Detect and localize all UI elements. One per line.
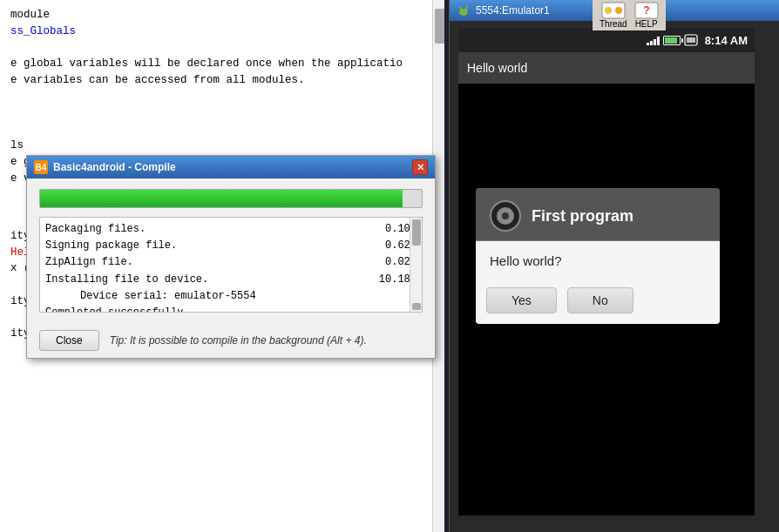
- help-icon: ?: [634, 2, 659, 19]
- action-bar-title: Hello world: [467, 61, 527, 75]
- dialog-titlebar: B4 Basic4android - Compile ✕: [27, 156, 435, 178]
- help-label: HELP: [635, 19, 658, 29]
- code-line: [10, 121, 434, 138]
- alert-message: Hello world?: [476, 241, 720, 280]
- code-line: e global variables will be declared once…: [10, 56, 434, 72]
- alert-buttons: Yes No: [476, 280, 720, 324]
- action-bar: Hello world: [458, 52, 755, 84]
- close-button[interactable]: Close: [39, 330, 99, 351]
- status-bar: 8:14 AM: [458, 28, 755, 52]
- top-toolbar: Thread ? HELP: [593, 0, 666, 30]
- dialog-app-icon: B4: [34, 160, 48, 174]
- alert-circle-dot: [502, 212, 509, 219]
- dialog-title-left: B4 Basic4android - Compile: [34, 160, 176, 174]
- compile-dialog: B4 Basic4android - Compile ✕ Packaging f…: [26, 155, 436, 359]
- code-line: [10, 105, 434, 122]
- svg-rect-1: [460, 9, 467, 13]
- svg-line-3: [466, 6, 467, 9]
- compile-log-area[interactable]: Packaging files. 0.106 Signing package f…: [39, 217, 423, 313]
- phone-screen: 8:14 AM Hello world First program: [458, 28, 755, 515]
- svg-text:?: ?: [643, 4, 649, 17]
- code-line: ss_Globals: [10, 24, 434, 40]
- dialog-title: Basic4android - Compile: [53, 161, 176, 173]
- thread-label: Thread: [599, 19, 627, 29]
- code-line: module: [10, 7, 434, 24]
- alert-circle-inner: [497, 207, 514, 225]
- compile-log-content: Packaging files. 0.106 Signing package f…: [40, 218, 422, 313]
- svg-rect-5: [687, 37, 695, 43]
- svg-line-2: [460, 6, 461, 9]
- battery-fill: [665, 37, 677, 44]
- no-button[interactable]: No: [567, 287, 633, 313]
- screen-content: First program Hello world? Yes No: [458, 84, 755, 515]
- yes-button[interactable]: Yes: [486, 287, 557, 313]
- emulator-panel: 5554:Emulator1: [449, 0, 779, 532]
- svg-point-7: [605, 7, 612, 14]
- alert-header: First program: [476, 188, 720, 240]
- alert-dialog: First program Hello world? Yes No: [476, 188, 720, 324]
- log-line: Device serial: emulator-5554: [45, 288, 417, 305]
- code-line: [10, 40, 434, 57]
- help-toolbar-item[interactable]: ? HELP: [634, 2, 659, 29]
- dialog-close-icon[interactable]: ✕: [412, 159, 428, 175]
- sim-icon: [684, 34, 698, 46]
- scrollbar-thumb: [435, 9, 444, 44]
- code-line: [10, 89, 434, 105]
- progress-bar-container: [39, 189, 423, 208]
- alert-circle-icon: [490, 200, 521, 232]
- alert-title: First program: [532, 207, 633, 226]
- battery-icon: [663, 36, 681, 45]
- log-line: Packaging files. 0.106: [45, 221, 417, 238]
- log-label: ZipAlign file.: [45, 254, 133, 271]
- log-line: Signing package file. 0.625: [45, 238, 417, 254]
- tip-text: Tip: It is possible to compile in the ba…: [110, 334, 367, 347]
- progress-bar-fill: [40, 190, 403, 207]
- code-line: ls: [10, 138, 434, 154]
- log-label: Installing file to device.: [45, 272, 208, 288]
- thread-icon: [601, 2, 626, 19]
- thread-toolbar-item[interactable]: Thread: [599, 2, 627, 29]
- log-scroll-thumb: [412, 219, 421, 246]
- log-label: Signing package file.: [45, 238, 177, 254]
- signal-bars-icon: [647, 35, 660, 45]
- android-icon: [457, 3, 471, 17]
- status-time: 8:14 AM: [705, 34, 748, 47]
- log-label: Device serial: emulator-5554: [80, 288, 256, 305]
- log-label: Completed successfully.: [45, 305, 190, 313]
- emulator-title: 5554:Emulator1: [476, 4, 550, 17]
- log-line: ZipAlign file. 0.026: [45, 254, 417, 271]
- status-icons: 8:14 AM: [647, 34, 748, 47]
- log-line: Completed successfully.: [45, 305, 417, 313]
- log-line: Installing file to device. 10.182: [45, 272, 417, 288]
- log-label: Packaging files.: [45, 221, 146, 238]
- code-line: e variables can be accessed from all mod…: [10, 72, 434, 89]
- dialog-body: Packaging files. 0.106 Signing package f…: [27, 178, 435, 323]
- log-scrollbar[interactable]: [410, 218, 422, 312]
- dialog-footer: Close Tip: It is possible to compile in …: [27, 323, 435, 358]
- svg-point-8: [615, 7, 622, 14]
- log-scroll-bottom-thumb: [412, 303, 421, 310]
